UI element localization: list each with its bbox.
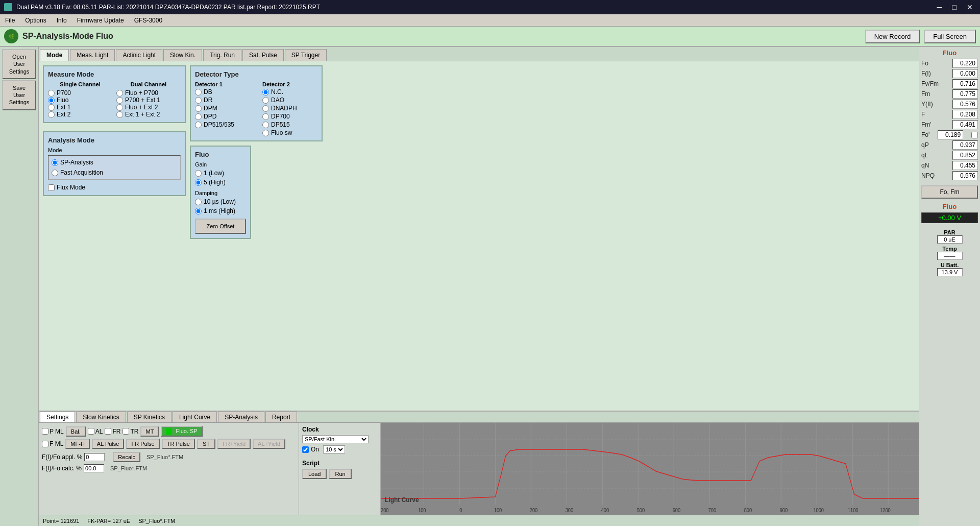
close-button[interactable]: ✕ <box>964 3 976 11</box>
analysis-mode-panel: Analysis Mode Mode SP-Analysis Fast Acqu… <box>43 131 186 196</box>
sp-analysis-option[interactable]: SP-Analysis <box>52 159 177 166</box>
det1-dpd[interactable]: DPD <box>195 113 250 120</box>
p-ml-checkbox[interactable]: P ML <box>42 428 64 435</box>
fr-pulse-button[interactable]: FR Pulse <box>126 439 159 449</box>
f-ml-checkbox[interactable]: F ML <box>42 440 63 447</box>
bal-button[interactable]: Bal. <box>66 426 86 437</box>
minimize-button[interactable]: ─ <box>934 3 945 11</box>
ext1-ext2-option[interactable]: Ext 1 + Ext 2 <box>116 111 181 118</box>
det2-dp515[interactable]: DP515 <box>262 121 317 128</box>
bottom-tab-report[interactable]: Report <box>265 412 297 422</box>
fast-acquisition-option[interactable]: Fast Acquisition <box>52 169 177 176</box>
tab-sat-pulse[interactable]: Sat. Pulse <box>242 49 284 61</box>
damping-low[interactable]: 10 µs (Low) <box>195 198 246 205</box>
run-script-button[interactable]: Run <box>329 469 351 479</box>
clock-on-checkbox[interactable] <box>302 446 309 453</box>
fluo-settings-panel: Fluo Gain 1 (Low) 5 (High) Damping 10 µs… <box>190 146 251 239</box>
tab-mode[interactable]: Mode <box>40 49 69 61</box>
fvfm-value: 0.716 <box>952 79 978 88</box>
ql-value: 0.852 <box>952 151 978 160</box>
tab-actinic-light[interactable]: Actinic Light <box>116 49 162 61</box>
bottom-tab-sp-kinetics[interactable]: SP Kinetics <box>127 412 172 422</box>
det2-dp700[interactable]: DP700 <box>262 113 317 120</box>
det1-dr[interactable]: DR <box>195 97 250 104</box>
fo-prime-row: Fo' 0.189 <box>921 130 978 139</box>
chart-area: 200 -100 0 100 200 300 400 500 600 700 8… <box>381 423 919 515</box>
f-label: F <box>921 111 925 118</box>
gain-low[interactable]: 1 (Low) <box>195 170 246 177</box>
fluo-option[interactable]: Fluo <box>48 97 112 104</box>
al-pulse-button[interactable]: AL Pulse <box>92 439 125 449</box>
det1-dpm[interactable]: DPM <box>195 105 250 112</box>
bottom-tab-settings[interactable]: Settings <box>40 412 75 422</box>
tr-pulse-button[interactable]: TR Pulse <box>162 439 195 449</box>
clock-mode-select[interactable]: SP/Fast Kin. <box>302 435 369 443</box>
al-checkbox[interactable]: AL <box>88 428 103 435</box>
save-user-settings-button[interactable]: SaveUserSettings <box>2 80 36 110</box>
bottom-tab-light-curve[interactable]: Light Curve <box>173 412 217 422</box>
al-yield-button[interactable]: AL+Yield <box>253 439 285 449</box>
fo-prime-checkbox[interactable] <box>971 132 978 138</box>
svg-text:1200: 1200 <box>880 507 891 513</box>
det2-nc[interactable]: N.C. <box>262 88 317 95</box>
tab-trig-run[interactable]: Trig. Run <box>203 49 241 61</box>
maximize-button[interactable]: □ <box>949 3 960 11</box>
new-record-button[interactable]: New Record <box>865 30 920 43</box>
menu-info[interactable]: Info <box>52 16 72 25</box>
fo-calc-input[interactable] <box>84 464 104 472</box>
det2-fluo-sw[interactable]: Fluo sw <box>262 129 317 136</box>
flux-mode-checkbox[interactable]: Flux Mode <box>48 184 181 191</box>
fluo-ext2-option[interactable]: Fluo + Ext 2 <box>116 104 181 111</box>
menu-firmware[interactable]: Firmware Update <box>72 16 129 25</box>
p700-option[interactable]: P700 <box>48 89 112 97</box>
tab-meas-light[interactable]: Meas. Light <box>70 49 115 61</box>
det2-dao[interactable]: DAO <box>262 97 317 104</box>
mt-button[interactable]: MT <box>140 426 159 437</box>
fr-checkbox[interactable]: FR <box>105 428 120 435</box>
menu-file[interactable]: File <box>0 16 20 25</box>
fo-fm-button[interactable]: Fo, Fm <box>921 185 978 199</box>
mf-h-button[interactable]: MF-H <box>65 439 90 449</box>
gain-high[interactable]: 5 (High) <box>195 179 246 186</box>
par-section: PAR 0 uE Temp —— U Batt. 13.9 V <box>921 227 978 278</box>
clock-interval-select[interactable]: 10 s <box>323 445 345 453</box>
light-curve-label: Light Curve <box>385 496 419 504</box>
left-sidebar: OpenUserSettings SaveUserSettings <box>0 47 39 526</box>
det2-dnadph[interactable]: DNADPH <box>262 105 317 112</box>
tab-slow-kin[interactable]: Slow Kin. <box>163 49 202 61</box>
npq-row: NPQ 0.576 <box>921 171 978 180</box>
yii-label: Y(II) <box>921 101 933 108</box>
st-button[interactable]: ST <box>197 439 215 449</box>
load-script-button[interactable]: Load <box>302 469 327 479</box>
tr-checkbox[interactable]: TR <box>122 428 138 435</box>
det1-db[interactable]: DB <box>195 88 250 95</box>
detector-type-panel: Detector Type Detector 1 Detector 2 DB N… <box>190 65 323 141</box>
fr-yield-button[interactable]: FR+Yield <box>217 439 251 449</box>
npq-value: 0.576 <box>952 171 978 180</box>
app-icon <box>4 3 12 11</box>
yii-value: 0.576 <box>952 100 978 109</box>
fluo-sp-button[interactable]: Fluo. SP <box>161 426 202 437</box>
zero-offset-button[interactable]: Zero Offset <box>195 219 246 234</box>
svg-text:200: 200 <box>381 507 389 513</box>
fo-appl-input[interactable] <box>84 453 105 461</box>
app-logo: 🌿 <box>4 29 18 43</box>
menu-gfs[interactable]: GFS-3000 <box>129 16 167 25</box>
menu-options[interactable]: Options <box>20 16 51 25</box>
p700-ext1-option[interactable]: P700 + Ext 1 <box>116 97 181 104</box>
recalc-button[interactable]: Recalc <box>113 452 140 462</box>
ext2-option[interactable]: Ext 2 <box>48 111 112 118</box>
damping-high[interactable]: 1 ms (High) <box>195 207 246 214</box>
fm-prime-label: Fm' <box>921 121 932 128</box>
title-bar: Dual PAM v3.18 Fw: 08.06.11 PAR-List: 20… <box>0 0 980 14</box>
bottom-tab-slow-kinetics[interactable]: Slow Kinetics <box>76 412 126 422</box>
bottom-tab-sp-analysis[interactable]: SP-Analysis <box>218 412 264 422</box>
fluo-p700-option[interactable]: Fluo + P700 <box>116 89 181 97</box>
open-user-settings-button[interactable]: OpenUserSettings <box>2 49 36 79</box>
fullscreen-button[interactable]: Full Screen <box>924 30 976 43</box>
tab-sp-trigger[interactable]: SP Trigger <box>285 49 327 61</box>
det1-dp515[interactable]: DP515/535 <box>195 121 250 128</box>
svg-text:300: 300 <box>566 507 574 513</box>
clock-on-label: On <box>311 446 319 453</box>
ext1-option[interactable]: Ext 1 <box>48 104 112 111</box>
